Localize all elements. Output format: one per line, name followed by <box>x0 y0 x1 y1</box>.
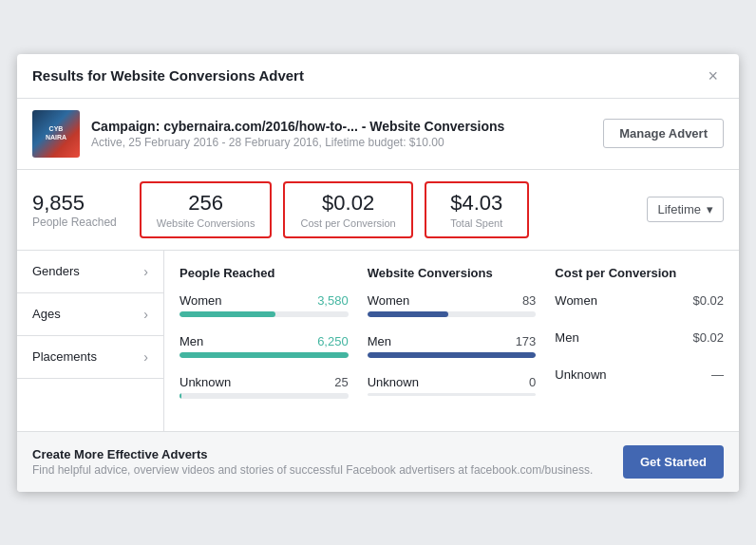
footer-text: Create More Effective Adverts Find helpf… <box>32 447 593 477</box>
unknown-label-2: Unknown <box>368 375 419 389</box>
footer-title: Create More Effective Adverts <box>32 447 593 461</box>
women-cost: $0.02 <box>692 293 724 308</box>
unknown-value-1: 25 <box>334 375 348 389</box>
table-row: Men 6,250 <box>180 334 349 358</box>
table-row: Women $0.02 <box>555 293 724 308</box>
thumbnail-text: CYBNAIRA <box>46 125 66 141</box>
women-value-1: 3,580 <box>317 293 349 308</box>
women-label-3: Women <box>555 293 597 308</box>
get-started-button[interactable]: Get Started <box>623 445 724 479</box>
sidebar-item-placements[interactable]: Placements › <box>17 336 163 379</box>
chevron-icon-ages: › <box>143 307 148 322</box>
sidebar: Genders › Ages › Placements › <box>17 251 164 431</box>
people-reached-label: People Reached <box>32 216 117 229</box>
highlighted-stats: 256 Website Conversions $0.02 Cost per C… <box>140 181 625 238</box>
campaign-name: Campaign: cybernaira.com/2016/how-to-...… <box>91 119 592 134</box>
sidebar-item-genders[interactable]: Genders › <box>17 251 163 293</box>
table-row: Unknown — <box>555 367 724 382</box>
conversions-label: Website Conversions <box>157 217 255 229</box>
website-conversions-column: Website Conversions Women 83 Men 173 <box>368 266 537 416</box>
table-row: Unknown 25 <box>180 375 349 399</box>
total-spent-stat-box: $4.03 Total Spent <box>425 181 529 238</box>
unknown-value-2: 0 <box>529 375 536 389</box>
women-label-2: Women <box>368 293 410 308</box>
chevron-icon-genders: › <box>143 264 148 279</box>
conversions-col-header: Website Conversions <box>368 266 537 280</box>
men-label-3: Men <box>555 330 578 345</box>
modal-title: Results for Website Conversions Advert <box>32 67 304 84</box>
table-row: Men $0.02 <box>555 330 724 345</box>
stats-bar: 9,855 People Reached 256 Website Convers… <box>17 170 739 251</box>
chevron-icon-placements: › <box>143 349 148 365</box>
modal-container: Results for Website Conversions Advert ×… <box>17 54 739 492</box>
unknown-cost: — <box>711 367 724 382</box>
main-content: Genders › Ages › Placements › People Rea… <box>17 251 739 431</box>
cost-col-header: Cost per Conversion <box>555 266 724 280</box>
men-value-2: 173 <box>516 334 537 348</box>
dropdown-arrow: ▾ <box>707 202 713 216</box>
sidebar-genders-label: Genders <box>32 264 80 278</box>
women-label-1: Women <box>180 293 222 308</box>
sidebar-item-ages[interactable]: Ages › <box>17 293 163 336</box>
men-label-1: Men <box>180 334 203 348</box>
table-row: Women 3,580 <box>180 293 349 317</box>
campaign-meta: Active, 25 February 2016 - 28 February 2… <box>91 136 592 149</box>
sidebar-ages-label: Ages <box>32 307 61 321</box>
people-reached-col-header: People Reached <box>180 266 349 280</box>
conversions-stat-box: 256 Website Conversions <box>140 181 273 238</box>
campaign-thumbnail: CYBNAIRA <box>32 110 80 158</box>
close-button[interactable]: × <box>702 66 724 86</box>
footer: Create More Effective Adverts Find helpf… <box>17 431 739 492</box>
men-value-1: 6,250 <box>317 334 349 348</box>
conversions-number: 256 <box>157 191 255 216</box>
data-columns: People Reached Women 3,580 Men 6,250 <box>180 266 724 416</box>
women-value-2: 83 <box>522 293 536 308</box>
cost-per-conversion-stat-box: $0.02 Cost per Conversion <box>283 181 412 238</box>
modal-header: Results for Website Conversions Advert × <box>17 54 739 99</box>
unknown-label-1: Unknown <box>180 375 231 389</box>
lifetime-dropdown[interactable]: Lifetime ▾ <box>647 197 724 222</box>
table-row: Men 173 <box>368 334 537 358</box>
footer-description: Find helpful advice, overview videos and… <box>32 463 593 477</box>
table-row: Unknown 0 <box>368 375 537 396</box>
lifetime-label: Lifetime <box>657 202 701 216</box>
cost-per-conversion-label: Cost per Conversion <box>300 217 395 229</box>
people-reached-column: People Reached Women 3,580 Men 6,250 <box>180 266 349 416</box>
data-section: People Reached Women 3,580 Men 6,250 <box>164 251 739 431</box>
total-spent-number: $4.03 <box>442 191 512 216</box>
campaign-bar: CYBNAIRA Campaign: cybernaira.com/2016/h… <box>17 99 739 170</box>
cost-per-conversion-column: Cost per Conversion Women $0.02 Men $0.0… <box>555 266 724 416</box>
manage-advert-button[interactable]: Manage Advert <box>603 119 724 148</box>
campaign-info: Campaign: cybernaira.com/2016/how-to-...… <box>91 119 592 149</box>
men-cost: $0.02 <box>692 330 724 345</box>
people-reached-number: 9,855 <box>32 191 117 216</box>
table-row: Women 83 <box>368 293 537 317</box>
cost-per-conversion-number: $0.02 <box>300 191 395 216</box>
total-spent-label: Total Spent <box>442 217 512 229</box>
sidebar-placements-label: Placements <box>32 349 97 364</box>
men-label-2: Men <box>368 334 391 348</box>
unknown-label-3: Unknown <box>555 367 606 382</box>
people-reached-stat: 9,855 People Reached <box>32 191 117 229</box>
